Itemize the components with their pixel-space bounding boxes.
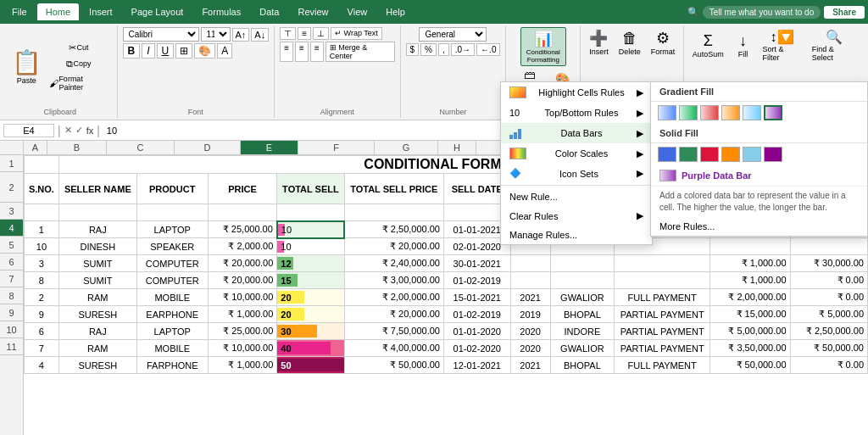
tab-insert[interactable]: Insert [81, 3, 121, 20]
cell-F4[interactable]: ₹ 2,50,000.00 [344, 221, 443, 238]
cell-A10[interactable]: 6 [25, 323, 59, 340]
cell-L6[interactable]: ₹ 30,000.00 [790, 255, 867, 272]
cancel-formula-button[interactable]: ✕ [64, 125, 72, 136]
cell-L12[interactable]: ₹ 0.00 [790, 357, 867, 374]
format-as-table-button[interactable]: 🗃 Format asTable [511, 66, 548, 106]
cell-A4[interactable]: 1 [25, 221, 59, 238]
cell-K8[interactable]: ₹ 2,00,000.00 [710, 289, 790, 306]
number-format-selector[interactable]: General [419, 27, 487, 42]
increase-decimal-button[interactable]: .0→ [451, 43, 475, 56]
cell-E7[interactable]: 15 [277, 272, 344, 289]
decrease-decimal-button[interactable]: ←.0 [476, 43, 500, 56]
cell-H12[interactable]: 2021 [510, 357, 550, 374]
cell-F7[interactable]: ₹ 3,00,000.00 [344, 272, 443, 289]
find-select-button[interactable]: 🔍 Find & Select [809, 27, 860, 64]
col-header-B[interactable]: B [47, 141, 107, 154]
cell-B6[interactable]: SUMIT [58, 255, 136, 272]
cell-J12[interactable]: FULL PAYMENT [615, 357, 710, 374]
tab-file[interactable]: File [3, 3, 36, 20]
col-header-A[interactable]: A [24, 141, 47, 154]
col-header-L[interactable]: L [677, 141, 749, 154]
fill-button[interactable]: ↓ Fill [730, 27, 755, 64]
cell-B5[interactable]: DINESH [58, 238, 136, 255]
cell-B7[interactable]: SUMIT [58, 272, 136, 289]
cell-I4[interactable] [550, 221, 614, 238]
tab-view[interactable]: View [339, 3, 376, 20]
cell-D8[interactable]: ₹ 10,000.00 [208, 289, 277, 306]
cell-F12[interactable]: ₹ 50,000.00 [344, 357, 443, 374]
cell-H10[interactable]: 2020 [510, 323, 550, 340]
row-header-6[interactable]: 6 [0, 254, 23, 270]
cell-K10[interactable]: ₹ 5,00,000.00 [710, 323, 790, 340]
cell-A3[interactable] [25, 204, 59, 221]
cell-F9[interactable]: ₹ 20,000.00 [344, 306, 443, 323]
cell-G5[interactable]: 02-01-2020 [443, 238, 510, 255]
cell-H11[interactable]: 2020 [510, 340, 550, 357]
cell-B11[interactable]: RAM [58, 340, 136, 357]
cell-G11[interactable]: 01-02-2020 [443, 340, 510, 357]
col-header-F[interactable]: F [298, 141, 375, 154]
cell-J8[interactable]: FULL PAYMENT [615, 289, 710, 306]
header-product[interactable]: PRODUCT [136, 174, 208, 204]
cell-E11[interactable]: 40 [277, 340, 344, 357]
cell-K11[interactable]: ₹ 3,50,000.00 [710, 340, 790, 357]
cell-G6[interactable]: 30-01-2021 [443, 255, 510, 272]
header-year[interactable]: Y [510, 174, 550, 204]
cell-L11[interactable]: ₹ 50,000.00 [790, 340, 867, 357]
header-sell[interactable]: TOTAL SELL [277, 174, 344, 204]
confirm-formula-button[interactable]: ✓ [75, 125, 83, 136]
cell-L3[interactable] [790, 204, 867, 221]
cell-I11[interactable]: GWALIOR [550, 340, 614, 357]
header-sno[interactable]: S.NO. [25, 174, 59, 204]
cell-H5[interactable] [510, 238, 550, 255]
cell-I5[interactable] [550, 238, 614, 255]
cell-A5[interactable]: 10 [25, 238, 59, 255]
cell-H4[interactable]: 2 [510, 221, 550, 238]
currency-button[interactable]: $ [406, 43, 420, 56]
cell-C8[interactable]: MOBILE [136, 289, 208, 306]
autosum-button[interactable]: Σ AutoSum [689, 27, 726, 64]
sort-filter-button[interactable]: ↕🔽 Sort & Filter [759, 27, 804, 64]
comma-button[interactable]: , [438, 43, 449, 56]
cell-E3[interactable] [277, 204, 344, 221]
tab-formulas[interactable]: Formulas [193, 3, 249, 20]
cell-L4[interactable] [790, 221, 867, 238]
cell-F6[interactable]: ₹ 2,40,000.00 [344, 255, 443, 272]
cell-E9[interactable]: 20 [277, 306, 344, 323]
col-header-D[interactable]: D [175, 141, 241, 154]
header-due[interactable]: DUE PAYMENT [790, 174, 867, 204]
cell-E8[interactable]: 20 [277, 289, 344, 306]
cell-G8[interactable]: 15-01-2021 [443, 289, 510, 306]
row-header-11[interactable]: 11 [0, 338, 23, 355]
cell-B10[interactable]: RAJ [58, 323, 136, 340]
insert-function-button[interactable]: fx [86, 125, 94, 136]
cell-D6[interactable]: ₹ 20,000.00 [208, 255, 277, 272]
cell-A7[interactable]: 8 [25, 272, 59, 289]
cell-C6[interactable]: COMPUTER [136, 255, 208, 272]
tell-me-box[interactable]: Tell me what you want to do [703, 6, 821, 19]
cell-B3[interactable] [58, 204, 136, 221]
cell-C11[interactable]: MOBILE [136, 340, 208, 357]
cell-I10[interactable]: INDORE [550, 323, 614, 340]
insert-button[interactable]: ➕ Insert [586, 27, 612, 58]
cell-L5[interactable] [790, 238, 867, 255]
cell-F11[interactable]: ₹ 4,00,000.00 [344, 340, 443, 357]
copy-button[interactable]: ⧉ Copy [46, 57, 111, 71]
cell-C12[interactable]: FARPHONE [136, 357, 208, 374]
percent-button[interactable]: % [420, 43, 437, 56]
tab-data[interactable]: Data [251, 3, 287, 20]
cell-H6[interactable] [510, 255, 550, 272]
cell-L8[interactable]: ₹ 0.00 [790, 289, 867, 306]
cell-D9[interactable]: ₹ 1,000.00 [208, 306, 277, 323]
cell-A9[interactable]: 9 [25, 306, 59, 323]
cell-B8[interactable]: RAM [58, 289, 136, 306]
header-amount[interactable] [710, 174, 790, 204]
cell-F8[interactable]: ₹ 2,00,000.00 [344, 289, 443, 306]
cell-B9[interactable]: SURESH [58, 306, 136, 323]
cell-I6[interactable] [550, 255, 614, 272]
header-seller[interactable]: SELLER NAME [58, 174, 136, 204]
cell-K7[interactable]: ₹ 1,000.00 [710, 272, 790, 289]
cell-F10[interactable]: ₹ 7,50,000.00 [344, 323, 443, 340]
border-button[interactable]: ⊞ [175, 43, 192, 59]
col-header-I[interactable]: I [476, 141, 537, 154]
